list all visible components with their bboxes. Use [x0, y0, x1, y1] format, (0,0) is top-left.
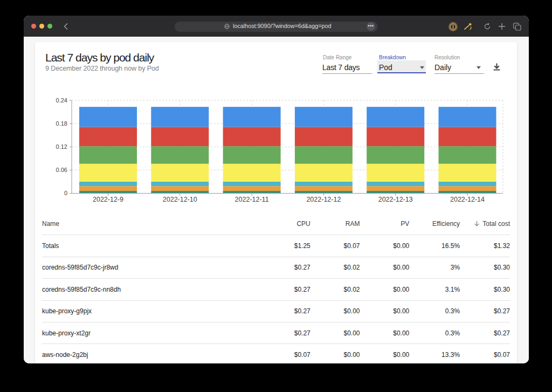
- svg-text:0.18: 0.18: [56, 120, 67, 127]
- svg-text:2022-12-12: 2022-12-12: [306, 196, 341, 203]
- svg-text:0.12: 0.12: [56, 143, 67, 150]
- svg-text:0: 0: [64, 190, 67, 196]
- svg-text:2022-12-9: 2022-12-9: [93, 196, 123, 203]
- svg-text:0.24: 0.24: [56, 97, 67, 104]
- svg-text:0.06: 0.06: [56, 167, 67, 173]
- svg-text:2022-12-11: 2022-12-11: [235, 196, 269, 203]
- svg-text:2022-12-10: 2022-12-10: [163, 196, 197, 203]
- svg-text:2022-12-13: 2022-12-13: [378, 196, 413, 203]
- svg-text:2022-12-14: 2022-12-14: [450, 196, 485, 203]
